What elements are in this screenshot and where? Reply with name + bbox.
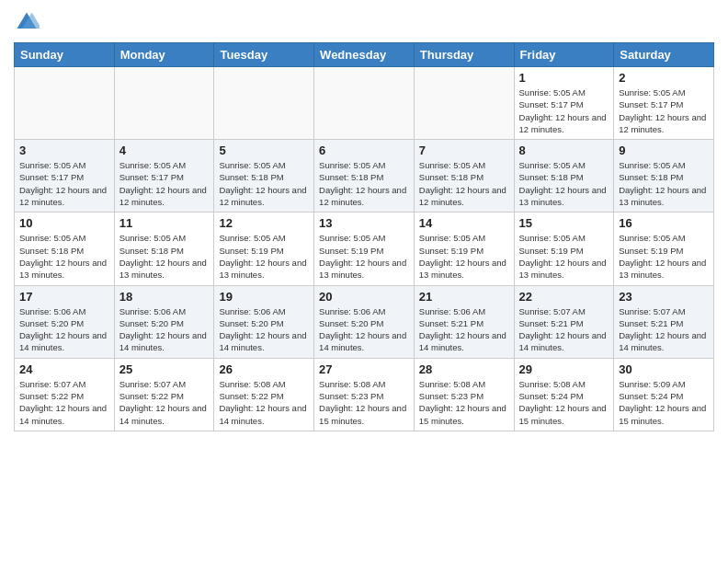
weekday-header-row: SundayMondayTuesdayWednesdayThursdayFrid… <box>15 43 714 67</box>
sunset-label: Sunset: 5:22 PM <box>19 391 84 401</box>
calendar-cell: 27 Sunrise: 5:08 AM Sunset: 5:23 PM Dayl… <box>314 358 415 431</box>
day-info: Sunrise: 5:06 AM Sunset: 5:20 PM Dayligh… <box>219 305 309 354</box>
day-number: 10 <box>19 216 109 230</box>
day-number: 28 <box>419 362 509 376</box>
sunset-label: Sunset: 5:22 PM <box>219 391 283 401</box>
day-number: 18 <box>119 290 210 304</box>
day-info: Sunrise: 5:06 AM Sunset: 5:20 PM Dayligh… <box>19 305 109 354</box>
calendar-cell: 21 Sunrise: 5:06 AM Sunset: 5:21 PM Dayl… <box>414 285 514 358</box>
day-number: 2 <box>619 71 709 85</box>
sunset-label: Sunset: 5:20 PM <box>19 318 84 328</box>
day-info: Sunrise: 5:05 AM Sunset: 5:19 PM Dayligh… <box>519 232 609 281</box>
sunrise-label: Sunrise: 5:07 AM <box>19 379 85 389</box>
day-info: Sunrise: 5:07 AM Sunset: 5:22 PM Dayligh… <box>119 378 210 427</box>
day-info: Sunrise: 5:05 AM Sunset: 5:18 PM Dayligh… <box>419 159 509 208</box>
daylight-label: Daylight: 12 hours and 12 minutes. <box>319 185 406 207</box>
day-number: 12 <box>219 216 309 230</box>
calendar-cell: 13 Sunrise: 5:05 AM Sunset: 5:19 PM Dayl… <box>314 213 415 285</box>
sunset-label: Sunset: 5:18 PM <box>219 172 283 182</box>
day-info: Sunrise: 5:06 AM Sunset: 5:20 PM Dayligh… <box>119 305 210 354</box>
weekday-header-monday: Monday <box>114 43 214 67</box>
sunset-label: Sunset: 5:17 PM <box>519 99 584 109</box>
sunrise-label: Sunrise: 5:06 AM <box>219 306 285 316</box>
day-info: Sunrise: 5:09 AM Sunset: 5:24 PM Dayligh… <box>619 378 709 427</box>
weekday-header-wednesday: Wednesday <box>314 43 415 67</box>
sunrise-label: Sunrise: 5:05 AM <box>619 160 685 170</box>
sunset-label: Sunset: 5:20 PM <box>119 318 184 328</box>
day-info: Sunrise: 5:05 AM Sunset: 5:17 PM Dayligh… <box>519 86 609 135</box>
calendar-cell: 22 Sunrise: 5:07 AM Sunset: 5:21 PM Dayl… <box>514 285 614 358</box>
sunset-label: Sunset: 5:21 PM <box>619 318 683 328</box>
calendar-cell: 20 Sunrise: 5:06 AM Sunset: 5:20 PM Dayl… <box>314 285 415 358</box>
day-info: Sunrise: 5:05 AM Sunset: 5:18 PM Dayligh… <box>519 159 609 208</box>
calendar-cell: 19 Sunrise: 5:06 AM Sunset: 5:20 PM Dayl… <box>214 285 314 358</box>
day-info: Sunrise: 5:05 AM Sunset: 5:19 PM Dayligh… <box>319 232 409 281</box>
calendar-cell: 26 Sunrise: 5:08 AM Sunset: 5:22 PM Dayl… <box>214 358 314 431</box>
calendar-cell: 4 Sunrise: 5:05 AM Sunset: 5:17 PM Dayli… <box>114 140 214 213</box>
calendar-cell: 23 Sunrise: 5:07 AM Sunset: 5:21 PM Dayl… <box>614 285 714 358</box>
calendar-row-1: 1 Sunrise: 5:05 AM Sunset: 5:17 PM Dayli… <box>15 67 714 140</box>
sunrise-label: Sunrise: 5:05 AM <box>319 233 385 243</box>
daylight-label: Daylight: 12 hours and 14 minutes. <box>119 403 207 425</box>
sunset-label: Sunset: 5:19 PM <box>519 246 584 256</box>
daylight-label: Daylight: 12 hours and 15 minutes. <box>519 403 607 425</box>
day-number: 24 <box>19 362 109 376</box>
sunrise-label: Sunrise: 5:05 AM <box>419 160 485 170</box>
day-info: Sunrise: 5:08 AM Sunset: 5:23 PM Dayligh… <box>319 378 409 427</box>
day-info: Sunrise: 5:05 AM Sunset: 5:18 PM Dayligh… <box>619 159 709 208</box>
sunset-label: Sunset: 5:19 PM <box>319 246 383 256</box>
calendar-cell: 29 Sunrise: 5:08 AM Sunset: 5:24 PM Dayl… <box>514 358 614 431</box>
sunset-label: Sunset: 5:24 PM <box>519 391 584 401</box>
daylight-label: Daylight: 12 hours and 14 minutes. <box>19 403 107 425</box>
sunset-label: Sunset: 5:17 PM <box>619 99 683 109</box>
calendar-cell: 15 Sunrise: 5:05 AM Sunset: 5:19 PM Dayl… <box>514 213 614 285</box>
day-info: Sunrise: 5:07 AM Sunset: 5:22 PM Dayligh… <box>19 378 109 427</box>
day-info: Sunrise: 5:07 AM Sunset: 5:21 PM Dayligh… <box>619 305 709 354</box>
day-number: 14 <box>419 216 509 230</box>
day-number: 1 <box>519 71 609 85</box>
daylight-label: Daylight: 12 hours and 14 minutes. <box>319 330 406 352</box>
calendar-cell: 12 Sunrise: 5:05 AM Sunset: 5:19 PM Dayl… <box>214 213 314 285</box>
sunset-label: Sunset: 5:21 PM <box>419 318 483 328</box>
sunrise-label: Sunrise: 5:07 AM <box>119 379 186 389</box>
daylight-label: Daylight: 12 hours and 14 minutes. <box>519 330 607 352</box>
daylight-label: Daylight: 12 hours and 14 minutes. <box>219 330 306 352</box>
calendar-cell: 14 Sunrise: 5:05 AM Sunset: 5:19 PM Dayl… <box>414 213 514 285</box>
day-info: Sunrise: 5:05 AM Sunset: 5:17 PM Dayligh… <box>119 159 210 208</box>
sunset-label: Sunset: 5:18 PM <box>519 172 584 182</box>
sunrise-label: Sunrise: 5:06 AM <box>319 306 385 316</box>
day-number: 3 <box>19 144 109 157</box>
daylight-label: Daylight: 12 hours and 12 minutes. <box>419 185 506 207</box>
calendar-cell: 3 Sunrise: 5:05 AM Sunset: 5:17 PM Dayli… <box>15 140 115 213</box>
day-info: Sunrise: 5:05 AM Sunset: 5:17 PM Dayligh… <box>619 86 709 135</box>
day-info: Sunrise: 5:05 AM Sunset: 5:18 PM Dayligh… <box>19 232 109 281</box>
calendar-cell <box>314 67 415 140</box>
day-number: 9 <box>619 144 709 157</box>
weekday-header-tuesday: Tuesday <box>214 43 314 67</box>
calendar-row-2: 3 Sunrise: 5:05 AM Sunset: 5:17 PM Dayli… <box>15 140 714 213</box>
calendar-cell: 17 Sunrise: 5:06 AM Sunset: 5:20 PM Dayl… <box>15 285 115 358</box>
sunrise-label: Sunrise: 5:09 AM <box>619 379 685 389</box>
sunrise-label: Sunrise: 5:06 AM <box>19 306 85 316</box>
day-number: 16 <box>619 216 709 230</box>
sunset-label: Sunset: 5:18 PM <box>19 246 84 256</box>
daylight-label: Daylight: 12 hours and 13 minutes. <box>619 258 706 280</box>
day-number: 5 <box>219 144 309 157</box>
sunrise-label: Sunrise: 5:05 AM <box>519 87 586 98</box>
calendar-row-3: 10 Sunrise: 5:05 AM Sunset: 5:18 PM Dayl… <box>15 213 714 285</box>
daylight-label: Daylight: 12 hours and 13 minutes. <box>619 185 706 207</box>
calendar-cell <box>114 67 214 140</box>
day-number: 21 <box>419 290 509 304</box>
calendar-cell <box>214 67 314 140</box>
calendar-cell: 25 Sunrise: 5:07 AM Sunset: 5:22 PM Dayl… <box>114 358 214 431</box>
sunrise-label: Sunrise: 5:05 AM <box>619 233 685 243</box>
sunrise-label: Sunrise: 5:05 AM <box>19 160 85 170</box>
daylight-label: Daylight: 12 hours and 12 minutes. <box>519 112 607 134</box>
sunset-label: Sunset: 5:23 PM <box>319 391 383 401</box>
day-info: Sunrise: 5:06 AM Sunset: 5:21 PM Dayligh… <box>419 305 509 354</box>
day-number: 26 <box>219 362 309 376</box>
sunset-label: Sunset: 5:17 PM <box>119 172 184 182</box>
day-info: Sunrise: 5:05 AM Sunset: 5:19 PM Dayligh… <box>419 232 509 281</box>
daylight-label: Daylight: 12 hours and 14 minutes. <box>119 330 207 352</box>
day-info: Sunrise: 5:05 AM Sunset: 5:19 PM Dayligh… <box>219 232 309 281</box>
